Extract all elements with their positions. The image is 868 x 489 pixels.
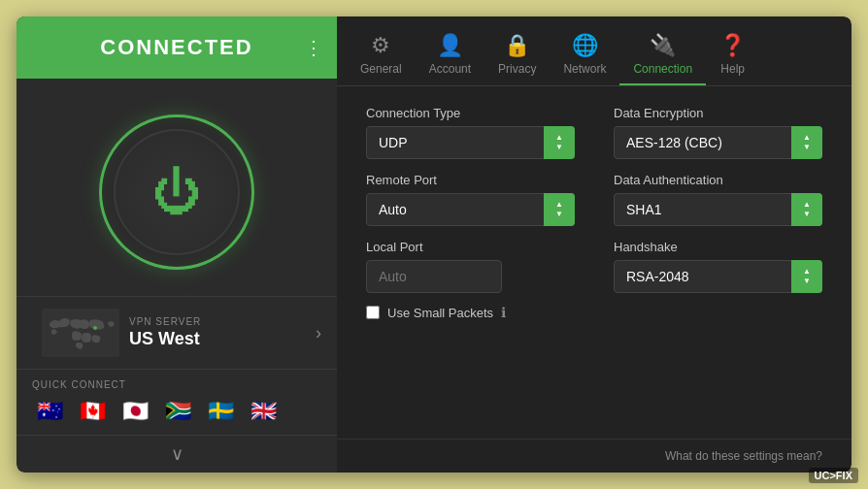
data-encryption-wrapper: AES-128 (CBC) AES-256 (CBC) None ▲ ▼ bbox=[614, 126, 822, 159]
flag-row: 🇦🇺 🇨🇦 🇯🇵 🇿🇦 🇸🇪 🇬🇧 bbox=[32, 398, 321, 425]
remote-port-label: Remote Port bbox=[366, 173, 575, 187]
connection-settings: Connection Type UDP TCP Stealth ▲ ▼ bbox=[337, 86, 851, 439]
left-panel: CONNECTED ⋮ ⏻ bbox=[17, 16, 337, 473]
handshake-label: Handshake bbox=[614, 240, 822, 254]
data-auth-select[interactable]: SHA1 SHA256 None bbox=[614, 193, 822, 226]
tab-general[interactable]: ⚙ General bbox=[347, 25, 416, 85]
data-auth-label: Data Authentication bbox=[614, 173, 822, 187]
tab-bar: ⚙ General 👤 Account 🔒 Privacy 🌐 Network … bbox=[337, 16, 851, 86]
flag-ca[interactable]: 🇨🇦 bbox=[75, 398, 110, 425]
world-map-svg bbox=[42, 309, 119, 357]
menu-button[interactable]: ⋮ bbox=[304, 36, 323, 59]
flag-se[interactable]: 🇸🇪 bbox=[203, 398, 238, 425]
chevron-down-icon: ∨ bbox=[171, 443, 184, 465]
tab-general-label: General bbox=[360, 62, 402, 76]
flag-jp[interactable]: 🇯🇵 bbox=[117, 398, 152, 425]
status-header: CONNECTED ⋮ bbox=[17, 16, 337, 79]
chevron-right-icon: › bbox=[316, 323, 321, 343]
tab-connection-label: Connection bbox=[633, 62, 692, 76]
connection-type-wrapper: UDP TCP Stealth ▲ ▼ bbox=[366, 126, 575, 159]
handshake-select[interactable]: RSA-2048 RSA-4096 ECC-384 bbox=[614, 260, 822, 293]
bottom-bar: What do these settings mean? bbox=[337, 439, 851, 473]
tab-privacy[interactable]: 🔒 Privacy bbox=[484, 25, 550, 85]
remote-port-group: Remote Port Auto 1194 443 ▲ ▼ bbox=[366, 173, 575, 226]
general-icon: ⚙ bbox=[371, 33, 390, 58]
expand-button[interactable]: ∨ bbox=[17, 435, 337, 473]
handshake-wrapper: RSA-2048 RSA-4096 ECC-384 ▲ ▼ bbox=[614, 260, 822, 293]
account-icon: 👤 bbox=[437, 33, 463, 58]
local-port-group: Local Port Use Small Packets ℹ bbox=[366, 240, 575, 320]
connection-type-select[interactable]: UDP TCP Stealth bbox=[366, 126, 575, 159]
data-auth-wrapper: SHA1 SHA256 None ▲ ▼ bbox=[614, 193, 822, 226]
network-icon: 🌐 bbox=[572, 33, 598, 58]
handshake-group: Handshake RSA-2048 RSA-4096 ECC-384 ▲ ▼ bbox=[614, 240, 822, 320]
svg-point-1 bbox=[93, 326, 97, 330]
use-small-packets-label: Use Small Packets bbox=[387, 306, 493, 320]
settings-help-link[interactable]: What do these settings mean? bbox=[665, 449, 822, 463]
tab-help-label: Help bbox=[720, 62, 745, 76]
local-port-input[interactable] bbox=[366, 260, 502, 293]
connection-icon: 🔌 bbox=[650, 33, 676, 58]
vpn-server-label: VPN SERVER bbox=[129, 316, 316, 327]
right-panel: ⚙ General 👤 Account 🔒 Privacy 🌐 Network … bbox=[337, 16, 851, 473]
privacy-icon: 🔒 bbox=[504, 33, 530, 58]
power-button-inner: ⏻ bbox=[114, 129, 240, 255]
connection-status: CONNECTED bbox=[100, 35, 252, 60]
world-map bbox=[42, 309, 119, 357]
flag-au[interactable]: 🇦🇺 bbox=[32, 398, 67, 425]
remote-port-select[interactable]: Auto 1194 443 bbox=[366, 193, 575, 226]
tab-network-label: Network bbox=[563, 62, 606, 76]
data-auth-group: Data Authentication SHA1 SHA256 None ▲ ▼ bbox=[614, 173, 822, 226]
power-icon: ⏻ bbox=[152, 168, 201, 216]
tab-network[interactable]: 🌐 Network bbox=[550, 25, 619, 85]
local-port-label: Local Port bbox=[366, 240, 575, 254]
use-small-packets-checkbox[interactable] bbox=[366, 306, 380, 319]
quick-connect-section: QUICK CONNECT 🇦🇺 🇨🇦 🇯🇵 🇿🇦 🇸🇪 🇬🇧 bbox=[17, 369, 337, 435]
data-encryption-label: Data Encryption bbox=[614, 106, 822, 120]
data-encryption-group: Data Encryption AES-128 (CBC) AES-256 (C… bbox=[614, 106, 822, 159]
flag-gb[interactable]: 🇬🇧 bbox=[246, 398, 281, 425]
data-encryption-select[interactable]: AES-128 (CBC) AES-256 (CBC) None bbox=[614, 126, 822, 159]
power-button-outer[interactable]: ⏻ bbox=[99, 114, 254, 270]
tab-account[interactable]: 👤 Account bbox=[416, 25, 484, 85]
vpn-server-section[interactable]: VPN SERVER US West › bbox=[17, 296, 337, 369]
connection-type-group: Connection Type UDP TCP Stealth ▲ ▼ bbox=[366, 106, 575, 159]
power-section: ⏻ bbox=[17, 79, 337, 296]
tab-privacy-label: Privacy bbox=[498, 62, 536, 76]
watermark: UC>FIX bbox=[809, 468, 858, 483]
vpn-server-info: VPN SERVER US West bbox=[129, 316, 316, 349]
remote-port-wrapper: Auto 1194 443 ▲ ▼ bbox=[366, 193, 575, 226]
quick-connect-label: QUICK CONNECT bbox=[32, 379, 321, 390]
help-icon: ❓ bbox=[719, 33, 746, 58]
tab-help[interactable]: ❓ Help bbox=[706, 25, 759, 85]
flag-za[interactable]: 🇿🇦 bbox=[160, 398, 195, 425]
tab-account-label: Account bbox=[429, 62, 471, 76]
info-icon[interactable]: ℹ bbox=[501, 305, 506, 320]
vpn-server-name: US West bbox=[129, 329, 316, 349]
tab-connection[interactable]: 🔌 Connection bbox=[619, 25, 706, 85]
connection-type-label: Connection Type bbox=[366, 106, 575, 120]
